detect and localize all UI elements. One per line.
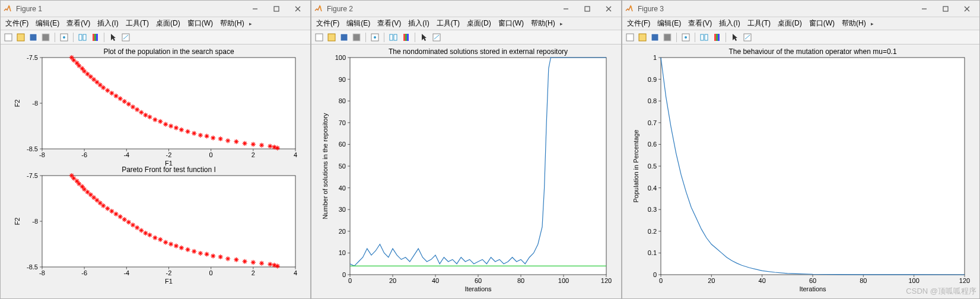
svg-text:50: 50 — [339, 163, 346, 170]
maximize-button[interactable] — [936, 2, 956, 15]
new-file-icon[interactable] — [3, 32, 14, 43]
svg-text:F1: F1 — [165, 278, 173, 285]
svg-rect-421 — [403, 34, 405, 41]
menu-item-1[interactable]: 编辑(E) — [32, 17, 63, 30]
menu-item-2[interactable]: 查看(V) — [685, 17, 715, 30]
svg-rect-7 — [42, 34, 49, 41]
svg-text:90: 90 — [339, 76, 346, 83]
svg-rect-476 — [701, 34, 704, 40]
pointer-icon[interactable] — [108, 32, 119, 43]
maximize-button[interactable] — [266, 2, 287, 15]
svg-rect-10 — [79, 34, 82, 40]
plot-area[interactable]: -8-6-4-2024-8.5-8-7.5F1F2Plot of the pop… — [1, 44, 310, 298]
colorbar-icon[interactable] — [400, 32, 411, 43]
data-cursor-icon[interactable] — [59, 32, 69, 43]
menu-item-3[interactable]: 插入(I) — [715, 17, 743, 30]
open-file-icon[interactable] — [637, 32, 648, 43]
pointer-icon[interactable] — [730, 32, 740, 43]
matlab-icon — [314, 4, 323, 14]
save-icon[interactable] — [28, 32, 39, 43]
open-file-icon[interactable] — [15, 32, 26, 43]
svg-text:120: 120 — [601, 277, 612, 284]
svg-rect-413 — [316, 34, 323, 41]
minimize-button[interactable] — [245, 2, 265, 15]
menu-item-7[interactable]: 帮助(H) — [527, 17, 559, 30]
data-cursor-icon[interactable] — [370, 32, 380, 43]
menu-overflow-icon[interactable]: ▸ — [559, 21, 563, 27]
toolbar — [311, 30, 621, 44]
svg-text:Plot of the population in the : Plot of the population in the search spa… — [103, 47, 234, 56]
titlebar[interactable]: Figure 3 — [622, 1, 979, 17]
minimize-button[interactable] — [556, 2, 576, 15]
maximize-button[interactable] — [577, 2, 597, 15]
svg-rect-13 — [94, 34, 96, 41]
plot-area[interactable]: 0204060801001200102030405060708090100Ite… — [311, 44, 621, 298]
print-icon[interactable] — [351, 32, 362, 43]
edit-plot-icon[interactable] — [120, 32, 131, 43]
print-icon[interactable] — [40, 32, 51, 43]
menu-item-0[interactable]: 文件(F) — [2, 17, 32, 30]
pointer-icon[interactable] — [419, 32, 429, 43]
new-file-icon[interactable] — [314, 32, 324, 43]
plot-area[interactable]: 02040608010012000.10.20.30.40.50.60.70.8… — [622, 44, 979, 298]
menu-item-6[interactable]: 窗口(W) — [495, 17, 527, 30]
toolbar — [622, 30, 979, 44]
menu-overflow-icon[interactable]: ▸ — [248, 21, 252, 27]
menu-item-5[interactable]: 桌面(D) — [774, 17, 806, 30]
menu-item-5[interactable]: 桌面(D) — [152, 17, 184, 30]
menu-item-2[interactable]: 查看(V) — [63, 17, 94, 30]
link-icon[interactable] — [699, 32, 709, 43]
svg-text:The nondominated solutions sto: The nondominated solutions stored in ext… — [389, 47, 568, 56]
menu-item-6[interactable]: 窗口(W) — [184, 17, 217, 30]
menu-overflow-icon[interactable]: ▸ — [870, 21, 874, 27]
svg-text:F2: F2 — [14, 100, 21, 107]
svg-text:0.6: 0.6 — [648, 141, 657, 148]
menu-item-0[interactable]: 文件(F) — [313, 17, 343, 30]
menu-item-3[interactable]: 插入(I) — [405, 17, 432, 30]
link-icon[interactable] — [77, 32, 88, 43]
window-title: Figure 2 — [327, 5, 556, 13]
svg-text:100: 100 — [908, 277, 919, 284]
open-file-icon[interactable] — [326, 32, 337, 43]
menu-item-1[interactable]: 编辑(E) — [343, 17, 374, 30]
colorbar-icon[interactable] — [711, 32, 722, 43]
menu-item-7[interactable]: 帮助(H) — [838, 17, 870, 30]
svg-text:The behaviour of the mutation : The behaviour of the mutation operator w… — [728, 47, 897, 56]
menu-item-4[interactable]: 工具(T) — [744, 17, 774, 30]
print-icon[interactable] — [662, 32, 673, 43]
titlebar[interactable]: Figure 2 — [311, 1, 621, 17]
edit-plot-icon[interactable] — [431, 32, 442, 43]
svg-text:120: 120 — [959, 277, 970, 284]
menu-item-4[interactable]: 工具(T) — [433, 17, 463, 30]
link-icon[interactable] — [388, 32, 399, 43]
svg-text:80: 80 — [860, 277, 867, 284]
menu-item-0[interactable]: 文件(F) — [623, 17, 654, 30]
titlebar[interactable]: Figure 1 — [1, 1, 310, 17]
svg-text:40: 40 — [432, 277, 439, 284]
edit-plot-icon[interactable] — [742, 32, 753, 43]
colorbar-icon[interactable] — [90, 32, 100, 43]
close-button[interactable] — [288, 2, 308, 15]
menu-item-4[interactable]: 工具(T) — [122, 17, 152, 30]
close-button[interactable] — [599, 2, 619, 15]
svg-text:20: 20 — [389, 277, 396, 284]
close-button[interactable] — [957, 2, 977, 15]
svg-rect-17 — [42, 58, 295, 149]
svg-rect-470 — [626, 34, 634, 41]
menubar: 文件(F)编辑(E)查看(V)插入(I)工具(T)桌面(D)窗口(W)帮助(H)… — [311, 17, 621, 30]
svg-text:Iterations: Iterations — [799, 285, 826, 292]
svg-text:0.7: 0.7 — [648, 119, 657, 126]
data-cursor-icon[interactable] — [680, 32, 691, 43]
menu-item-2[interactable]: 查看(V) — [374, 17, 405, 30]
svg-rect-415 — [341, 34, 348, 41]
menu-item-1[interactable]: 编辑(E) — [654, 17, 685, 30]
new-file-icon[interactable] — [625, 32, 635, 43]
menu-item-7[interactable]: 帮助(H) — [217, 17, 248, 30]
save-icon[interactable] — [650, 32, 660, 43]
menu-item-5[interactable]: 桌面(D) — [463, 17, 495, 30]
minimize-button[interactable] — [914, 2, 934, 15]
svg-text:-8: -8 — [39, 151, 45, 158]
menu-item-6[interactable]: 窗口(W) — [806, 17, 838, 30]
save-icon[interactable] — [339, 32, 349, 43]
menu-item-3[interactable]: 插入(I) — [94, 17, 122, 30]
